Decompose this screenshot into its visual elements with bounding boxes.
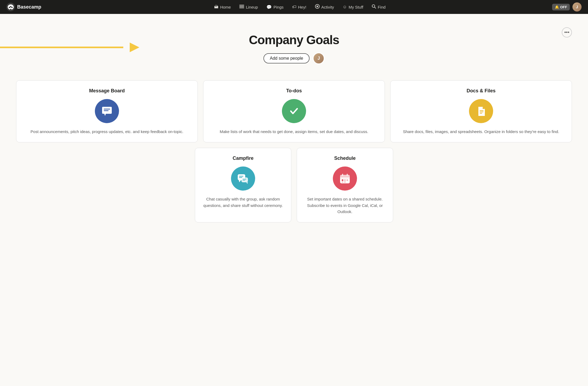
- tool-card-docs-files[interactable]: Docs & Files Share docs, files, images, …: [390, 80, 572, 142]
- tools-grid-top: Message Board Post announcements, pitch …: [16, 80, 572, 142]
- svg-rect-20: [239, 176, 243, 177]
- svg-rect-32: [342, 181, 343, 183]
- hey-icon: 🏷: [292, 5, 296, 9]
- message-board-description: Post announcements, pitch ideas, progres…: [23, 128, 191, 135]
- tool-card-todos[interactable]: To-dos Make lists of work that needs to …: [203, 80, 385, 142]
- main-content: ••• Company Goals Add some people J Mess…: [0, 14, 588, 386]
- docs-files-icon-circle: [469, 99, 493, 123]
- svg-marker-17: [239, 180, 241, 182]
- message-board-icon-circle: [95, 99, 119, 123]
- nav-link-pings[interactable]: 💬 Pings: [263, 3, 287, 11]
- campfire-description: Chat casually with the group, ask random…: [202, 196, 285, 209]
- svg-marker-19: [246, 182, 248, 184]
- svg-rect-29: [342, 179, 343, 181]
- svg-point-3: [11, 7, 13, 8]
- pings-icon: 💬: [266, 5, 272, 10]
- person-avatar-1[interactable]: J: [313, 52, 325, 64]
- schedule-title: Schedule: [303, 156, 386, 161]
- svg-rect-27: [340, 175, 350, 177]
- project-title: Company Goals: [16, 33, 572, 47]
- todos-icon: [288, 105, 300, 118]
- nav-link-mystuff[interactable]: ☺ My Stuff: [339, 3, 367, 11]
- todos-title: To-dos: [210, 88, 378, 94]
- svg-rect-5: [239, 6, 244, 7]
- svg-rect-13: [104, 109, 110, 109]
- svg-rect-30: [344, 179, 346, 181]
- brand-logo-link[interactable]: Basecamp: [6, 3, 41, 11]
- notifications-button[interactable]: 🔔 OFF: [552, 4, 570, 10]
- schedule-icon: [338, 172, 351, 185]
- nav-link-lineup[interactable]: Lineup: [236, 3, 262, 11]
- docs-files-description: Share docs, files, images, and spreadshe…: [397, 128, 565, 135]
- svg-rect-31: [347, 179, 348, 181]
- nav-link-find[interactable]: Find: [368, 3, 389, 11]
- message-board-icon: [101, 105, 113, 118]
- more-options-button[interactable]: •••: [562, 27, 572, 37]
- tool-card-message-board[interactable]: Message Board Post announcements, pitch …: [16, 80, 198, 142]
- campfire-icon: [237, 172, 250, 185]
- docs-files-icon: [475, 105, 487, 118]
- find-icon: [372, 4, 376, 10]
- nav-link-home[interactable]: 🏔 Home: [210, 3, 235, 11]
- svg-rect-22: [243, 179, 246, 179]
- svg-rect-6: [239, 7, 244, 8]
- campfire-icon-circle: [231, 166, 255, 191]
- svg-marker-15: [104, 114, 106, 116]
- todos-icon-circle: [282, 99, 306, 123]
- user-avatar[interactable]: J: [572, 2, 582, 12]
- svg-rect-35: [347, 174, 348, 176]
- svg-rect-21: [239, 177, 242, 178]
- nav-right: 🔔 OFF J: [552, 2, 582, 12]
- navbar: Basecamp 🏔 Home Lineup 💬 Pings 🏷 Hey!: [0, 0, 588, 14]
- people-row: Add some people J: [16, 52, 572, 64]
- tools-grid-bottom: Campfire Chat casually with th: [195, 148, 393, 222]
- project-header: ••• Company Goals Add some people J: [16, 25, 572, 80]
- svg-point-1: [9, 7, 10, 8]
- lineup-icon: [239, 4, 244, 10]
- home-icon: 🏔: [214, 5, 218, 9]
- schedule-description: Set important dates on a shared schedule…: [303, 196, 386, 215]
- nav-links: 🏔 Home Lineup 💬 Pings 🏷 Hey!: [48, 2, 552, 12]
- svg-rect-33: [344, 181, 346, 183]
- svg-rect-23: [243, 180, 245, 180]
- nav-link-activity[interactable]: Activity: [311, 2, 338, 12]
- activity-icon: [315, 4, 320, 10]
- svg-rect-34: [342, 174, 343, 176]
- add-people-button[interactable]: Add some people: [263, 53, 310, 63]
- docs-files-title: Docs & Files: [397, 88, 565, 94]
- svg-rect-4: [239, 5, 244, 6]
- bell-icon: 🔔: [555, 5, 559, 9]
- svg-line-10: [375, 7, 376, 9]
- svg-point-2: [10, 6, 12, 7]
- schedule-icon-circle: [333, 166, 357, 191]
- svg-rect-14: [104, 110, 109, 111]
- svg-point-8: [317, 6, 318, 7]
- tool-card-campfire[interactable]: Campfire Chat casually with th: [195, 148, 291, 222]
- tool-card-schedule[interactable]: Schedule: [297, 148, 393, 222]
- nav-link-hey[interactable]: 🏷 Hey!: [288, 3, 310, 11]
- todos-description: Make lists of work that needs to get don…: [210, 128, 378, 135]
- mystuff-icon: ☺: [343, 5, 347, 9]
- brand-name: Basecamp: [17, 4, 41, 10]
- message-board-title: Message Board: [23, 88, 191, 94]
- campfire-title: Campfire: [202, 156, 285, 161]
- svg-rect-28: [340, 178, 350, 179]
